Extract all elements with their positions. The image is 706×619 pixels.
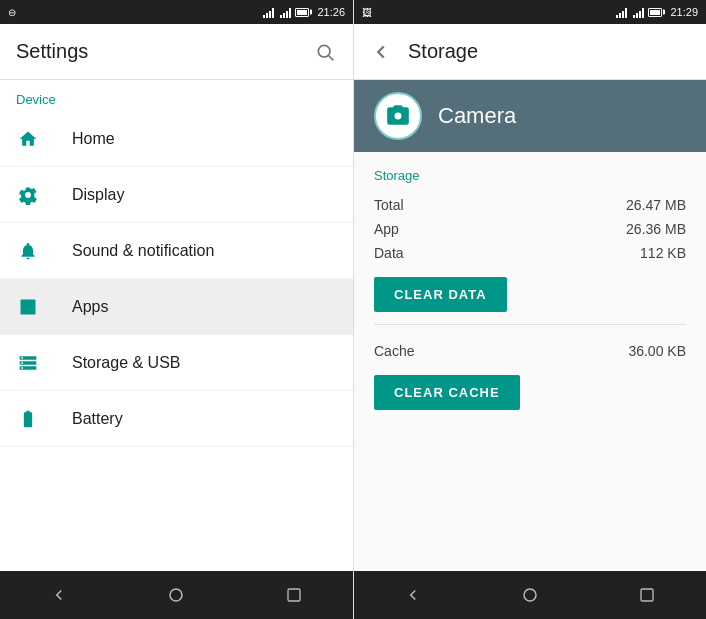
app-value: 26.36 MB	[626, 221, 686, 237]
app-header: Camera	[354, 80, 706, 152]
settings-panel: ⊖ 21:26 Settings Device Home Display	[0, 0, 353, 619]
battery-menu-icon	[16, 407, 40, 431]
sound-label: Sound & notification	[72, 242, 214, 260]
apps-label: Apps	[72, 298, 108, 316]
left-recent-button[interactable]	[274, 575, 314, 615]
camera-icon	[374, 92, 422, 140]
left-status-bar: ⊖ 21:26	[0, 0, 353, 24]
svg-line-1	[329, 55, 334, 60]
home-icon	[16, 127, 40, 151]
total-row: Total 26.47 MB	[374, 193, 686, 217]
storage-toolbar: Storage	[354, 24, 706, 80]
storage-section-label: Storage	[374, 168, 686, 183]
left-time: 21:26	[317, 6, 345, 18]
cache-label: Cache	[374, 343, 414, 359]
right-battery-icon	[648, 8, 662, 17]
divider	[374, 324, 686, 325]
notification-icon: ⊖	[8, 7, 16, 18]
right-status-bar: 🖼 21:29	[354, 0, 706, 24]
right-home-button[interactable]	[510, 575, 550, 615]
clear-cache-button[interactable]: CLEAR CACHE	[374, 375, 520, 410]
storage-content: Storage Total 26.47 MB App 26.36 MB Data…	[354, 152, 706, 571]
right-nav-bar	[354, 571, 706, 619]
sidebar-item-apps[interactable]: Apps	[0, 279, 353, 335]
left-nav-bar	[0, 571, 353, 619]
search-button[interactable]	[313, 40, 337, 64]
cache-row: Cache 36.00 KB	[374, 333, 686, 363]
sound-icon	[16, 239, 40, 263]
display-label: Display	[72, 186, 124, 204]
left-back-button[interactable]	[39, 575, 79, 615]
storage-panel: 🖼 21:29 Storage Camera Storage Total 26.…	[353, 0, 706, 619]
right-back-button[interactable]	[393, 575, 433, 615]
clear-data-button[interactable]: CLEAR DATA	[374, 277, 507, 312]
left-home-button[interactable]	[156, 575, 196, 615]
data-label: Data	[374, 245, 404, 261]
sidebar-item-sound[interactable]: Sound & notification	[0, 223, 353, 279]
back-button[interactable]	[370, 41, 392, 63]
total-label: Total	[374, 197, 404, 213]
svg-rect-5	[641, 589, 653, 601]
signal-icon	[263, 6, 274, 18]
svg-point-0	[318, 45, 330, 57]
battery-icon	[295, 8, 309, 17]
right-wifi-icon	[633, 6, 644, 18]
data-row: Data 112 KB	[374, 241, 686, 265]
right-signal-icon	[616, 6, 627, 18]
cache-value: 36.00 KB	[628, 343, 686, 359]
data-value: 112 KB	[640, 245, 686, 261]
sidebar-item-storage[interactable]: Storage & USB	[0, 335, 353, 391]
wifi-icon	[280, 6, 291, 18]
battery-label: Battery	[72, 410, 123, 428]
right-notification-icon: 🖼	[362, 7, 372, 18]
storage-icon	[16, 351, 40, 375]
sidebar-item-battery[interactable]: Battery	[0, 391, 353, 447]
total-value: 26.47 MB	[626, 197, 686, 213]
app-row: App 26.36 MB	[374, 217, 686, 241]
svg-point-4	[524, 589, 536, 601]
home-label: Home	[72, 130, 115, 148]
sidebar-item-display[interactable]: Display	[0, 167, 353, 223]
app-name: Camera	[438, 103, 516, 129]
display-icon	[16, 183, 40, 207]
device-section-label: Device	[0, 80, 353, 111]
storage-title: Storage	[408, 40, 478, 63]
svg-rect-3	[288, 589, 300, 601]
settings-toolbar: Settings	[0, 24, 353, 80]
right-recent-button[interactable]	[627, 575, 667, 615]
app-label: App	[374, 221, 399, 237]
right-time: 21:29	[670, 6, 698, 18]
sidebar-item-home[interactable]: Home	[0, 111, 353, 167]
svg-point-2	[170, 589, 182, 601]
settings-title: Settings	[16, 40, 88, 63]
storage-label: Storage & USB	[72, 354, 181, 372]
apps-icon	[16, 295, 40, 319]
